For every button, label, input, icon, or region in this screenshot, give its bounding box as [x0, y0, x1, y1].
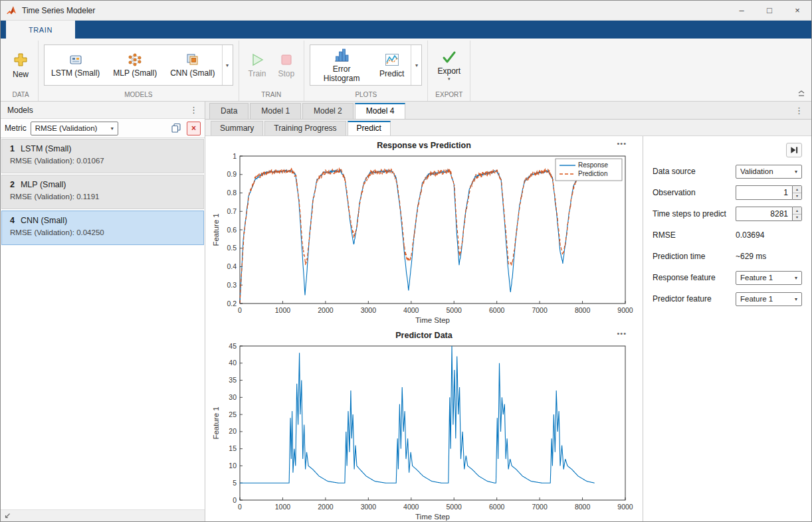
skip-to-end-icon — [789, 145, 799, 155]
svg-text:1000: 1000 — [275, 306, 291, 314]
export-caret-icon: ▾ — [448, 78, 451, 80]
svg-text:Response: Response — [578, 161, 608, 169]
mlp-icon — [128, 52, 142, 67]
tab-model-2[interactable]: Model 2 — [302, 103, 354, 119]
minimize-button[interactable]: – — [728, 1, 756, 20]
caret-down-icon: ▾ — [226, 62, 229, 68]
stop-button[interactable]: Stop — [274, 51, 298, 80]
ribbon-tab-train[interactable]: TRAIN — [6, 21, 75, 39]
section-models: LSTM (Small) — [39, 41, 239, 101]
svg-text:45: 45 — [229, 342, 237, 350]
prediction-time-value: ~629 ms — [736, 252, 802, 261]
models-panel: Models ⋮ Metric RMSE (Validation) ▾ × — [1, 102, 205, 521]
svg-text:Feature 1: Feature 1 — [212, 213, 220, 246]
maximize-button[interactable]: □ — [756, 1, 783, 20]
observation-row: Observation ▴ ▾ — [653, 185, 802, 200]
svg-text:1: 1 — [233, 152, 237, 160]
gallery-item-label: MLP (Small) — [113, 69, 157, 78]
view-tab-strip: Summary Training Progress Predict — [205, 120, 811, 136]
tab-model-4[interactable]: Model 4 — [355, 103, 406, 119]
observation-input[interactable] — [736, 185, 792, 200]
spinner-up-button[interactable]: ▴ — [793, 207, 801, 215]
close-button[interactable]: × — [783, 1, 811, 20]
response-feature-dropdown[interactable]: Feature 1 ▾ — [736, 271, 802, 285]
time-steps-input[interactable] — [736, 207, 792, 221]
caret-down-icon: ▾ — [795, 275, 797, 281]
model-name: MLP (Small) — [21, 180, 66, 189]
svg-text:0: 0 — [233, 496, 237, 504]
gallery-item-error-histogram[interactable]: Error Histogram — [310, 45, 373, 85]
section-label-train: TRAIN — [245, 90, 299, 101]
chart-menu-button[interactable]: ••• — [617, 139, 627, 147]
predict-options-panel: Data source Validation ▾ Observation ▴ — [643, 136, 811, 521]
delete-x-icon: × — [191, 124, 196, 133]
rmse-label: RMSE — [653, 230, 676, 240]
data-source-dropdown[interactable]: Validation ▾ — [736, 165, 802, 179]
dock-panel-button[interactable] — [3, 512, 11, 520]
tab-training-progress[interactable]: Training Progress — [264, 121, 346, 135]
gallery-item-cnn[interactable]: CNN (Small) — [163, 45, 221, 85]
models-panel-menu-button[interactable]: ⋮ — [189, 105, 198, 115]
section-export: Export ▾ EXPORT — [428, 41, 470, 101]
svg-text:0.2: 0.2 — [227, 300, 237, 307]
predictor-feature-dropdown[interactable]: Feature 1 ▾ — [736, 292, 802, 306]
train-button[interactable]: Train — [245, 51, 270, 80]
ribbon-collapse-button[interactable] — [795, 89, 807, 98]
rmse-row: RMSE 0.03694 — [653, 228, 802, 242]
metric-dropdown-value: RMSE (Validation) — [35, 124, 98, 132]
new-button[interactable]: New — [9, 50, 33, 80]
gallery-item-predict[interactable]: Predict — [373, 45, 411, 85]
svg-text:8000: 8000 — [575, 306, 591, 314]
tab-predict[interactable]: Predict — [348, 121, 391, 135]
model-list-item[interactable]: 1LSTM (Small) RMSE (Validation): 0.01067 — [1, 139, 204, 173]
gallery-item-label: Error Histogram — [317, 65, 366, 84]
gallery-item-label: Predict — [379, 70, 404, 79]
app-window: Time Series Modeler – □ × TRAIN New DATA — [0, 0, 812, 522]
spinner-down-button[interactable]: ▾ — [793, 215, 801, 221]
predictor-data-chart-block: Predictor Data ••• 010002000300040005000… — [211, 329, 637, 522]
new-button-label: New — [13, 70, 29, 79]
main-area: Models ⋮ Metric RMSE (Validation) ▾ × — [1, 102, 811, 521]
collapse-panel-button[interactable] — [786, 143, 802, 157]
metric-dropdown[interactable]: RMSE (Validation) ▾ — [31, 122, 118, 135]
time-steps-label: Time steps to predict — [653, 209, 726, 218]
chart-menu-button[interactable]: ••• — [617, 329, 627, 337]
spinner-up-button[interactable]: ▴ — [793, 186, 801, 193]
tab-summary[interactable]: Summary — [211, 121, 263, 135]
metric-label: Metric — [5, 124, 27, 133]
svg-text:4000: 4000 — [403, 306, 419, 314]
data-source-row: Data source Validation ▾ — [653, 164, 802, 179]
model-name: LSTM (Small) — [21, 144, 71, 153]
duplicate-model-button[interactable] — [169, 122, 183, 135]
models-panel-title: Models — [7, 106, 33, 115]
models-gallery-dropdown[interactable]: ▾ — [222, 45, 233, 85]
spinner-down-button[interactable]: ▾ — [793, 193, 801, 200]
tab-model-1[interactable]: Model 1 — [250, 103, 301, 119]
export-check-icon — [442, 50, 457, 64]
svg-text:5000: 5000 — [447, 503, 462, 511]
predictor-feature-label: Predictor feature — [653, 294, 712, 304]
svg-text:Feature 1: Feature 1 — [212, 406, 220, 439]
export-button[interactable]: Export ▾ — [433, 48, 464, 82]
delete-model-button[interactable]: × — [187, 122, 201, 135]
rmse-value: 0.03694 — [736, 230, 802, 240]
models-panel-bottom-bar — [1, 509, 205, 521]
caret-down-icon: ▾ — [795, 169, 797, 175]
document-tabs-menu-button[interactable]: ⋮ — [791, 106, 807, 116]
ribbon-tab-strip: TRAIN — [1, 21, 811, 39]
svg-text:5000: 5000 — [447, 306, 462, 314]
tab-data[interactable]: Data — [209, 103, 249, 119]
section-label-export: EXPORT — [433, 90, 464, 101]
svg-text:Time Step: Time Step — [415, 316, 450, 324]
document-area: Data Model 1 Model 2 Model 4 ⋮ Summary T… — [205, 102, 811, 521]
svg-text:20: 20 — [229, 427, 237, 435]
model-metric: RMSE (Validation): 0.01067 — [10, 157, 197, 165]
model-list-item-selected[interactable]: 4CNN (Small) RMSE (Validation): 0.04250 — [1, 211, 204, 245]
response-feature-label: Response feature — [653, 273, 716, 282]
gallery-item-mlp[interactable]: MLP (Small) — [106, 45, 163, 85]
gallery-item-lstm[interactable]: LSTM (Small) — [45, 45, 106, 85]
model-list-item[interactable]: 2MLP (Small) RMSE (Validation): 0.1191 — [1, 175, 204, 209]
caret-down-icon: ▾ — [111, 126, 114, 131]
predict-view: Response vs Prediction ••• 0100020003000… — [205, 136, 811, 521]
plots-gallery-dropdown[interactable]: ▾ — [411, 45, 421, 85]
